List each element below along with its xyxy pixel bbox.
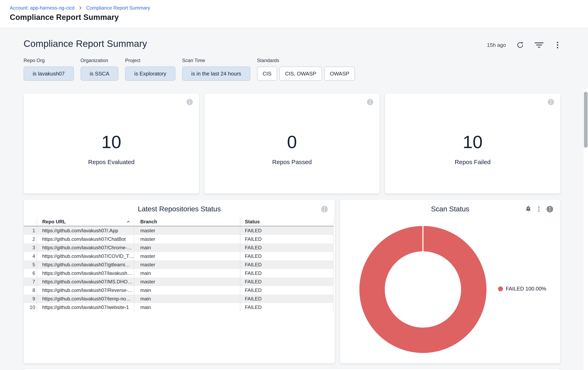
tile-label: Repos Failed <box>455 159 491 166</box>
table-row: 10 https://github.com/lavakush07/website… <box>24 303 334 311</box>
filter-group-scan-time: Scan Time is in the last 24 hours <box>182 58 250 81</box>
dashboard-title: Compliance Report Summary <box>23 38 147 49</box>
table-row: 3 https://github.com/lavakush07/Chrome-…… <box>24 243 334 252</box>
table-card-title: Latest Repositories Status <box>24 205 335 213</box>
row-number: 3 <box>24 243 37 252</box>
table-header-row: Repo URL Branch Status <box>24 218 334 226</box>
row-number: 4 <box>24 252 37 260</box>
filter-group-repo-org: Repo Org is lavakush07 <box>23 58 74 81</box>
tile-label: Repos Evaluated <box>88 159 135 166</box>
repo-url-cell: https://github.com/lavakush07/Reverse-… <box>37 286 134 295</box>
repo-url-cell: https://github.com/lavakush07/gitlearni… <box>37 260 134 269</box>
breadcrumb-current-link[interactable]: Compliance Report Summary <box>86 5 150 11</box>
row-number-column-header <box>24 218 37 226</box>
row-number: 2 <box>24 235 37 243</box>
repo-url-cell: https://github.com/lavakush07/ChatBot <box>37 235 134 243</box>
row-number: 7 <box>24 278 37 286</box>
status-cell: FAILED <box>240 252 334 260</box>
repo-url-cell: https://github.com/lavakush07/Chrome-… <box>37 243 134 252</box>
filter-icon[interactable] <box>534 41 544 49</box>
branch-cell: main <box>134 295 240 303</box>
chart-legend[interactable]: FAILED 100.00% <box>498 286 546 292</box>
repo-url-cell: https://github.com/lavakush07/website-1 <box>37 303 134 311</box>
table-row: 4 https://github.com/lavakush07/COVID_T…… <box>24 252 334 260</box>
table-row: 2 https://github.com/lavakush07/ChatBot … <box>24 235 334 243</box>
status-cell: FAILED <box>240 260 334 269</box>
repo-url-cell: https://github.com/lavakush07/.App <box>37 226 134 235</box>
breadcrumb: Account: app-harness-ng-cicd Compliance … <box>10 4 588 11</box>
tile-repos-failed: 10 Repos Failed <box>385 93 560 194</box>
branch-cell: master <box>134 235 240 243</box>
filter-chip-project[interactable]: is Exploratory <box>125 67 175 81</box>
branch-cell: main <box>134 243 240 252</box>
status-cell: FAILED <box>240 269 334 278</box>
legend-label: FAILED 100.00% <box>506 286 546 292</box>
vertical-scrollbar-thumb[interactable] <box>584 92 588 148</box>
status-cell: FAILED <box>240 226 334 235</box>
repo-url-cell: https://github.com/lavakush07/MS.DHO… <box>37 278 134 286</box>
tile-value: 10 <box>455 133 491 151</box>
repositories-table: Repo URL Branch Status 1 https://github.… <box>24 218 334 311</box>
column-header-repo-url[interactable]: Repo URL <box>37 218 134 226</box>
breadcrumb-account-link[interactable]: Account: app-harness-ng-cicd <box>10 5 74 11</box>
globe-icon[interactable] <box>546 205 554 213</box>
refresh-icon[interactable] <box>516 41 524 49</box>
branch-cell: master <box>134 260 240 269</box>
table-row: 5 https://github.com/lavakush07/gitlearn… <box>24 260 334 269</box>
alert-bell-icon[interactable] <box>525 205 532 213</box>
latest-repositories-status-card: Latest Repositories Status Repo URL Bran… <box>23 200 335 363</box>
branch-cell: master <box>134 226 240 235</box>
status-cell: FAILED <box>240 286 334 295</box>
row-number: 8 <box>24 286 37 295</box>
column-header-status[interactable]: Status <box>240 218 334 226</box>
kebab-menu-icon[interactable] <box>536 205 542 213</box>
status-cell: FAILED <box>240 235 334 243</box>
legend-dot-failed <box>498 286 503 291</box>
filter-group-organization: Organization is SSCA <box>81 58 119 81</box>
filter-group-standards: Standards CIS CIS, OWASP OWASP <box>257 58 355 81</box>
row-number: 9 <box>24 295 37 303</box>
status-cell: FAILED <box>240 295 334 303</box>
table-row: 9 https://github.com/lavakush07/temp-no…… <box>24 295 334 303</box>
table-row: 1 https://github.com/lavakush07/.App mas… <box>24 226 334 235</box>
filter-chip-scan-time[interactable]: is in the last 24 hours <box>182 67 250 81</box>
globe-icon[interactable] <box>367 98 374 106</box>
tile-value: 10 <box>88 133 135 151</box>
donut-slice-failed[interactable] <box>372 239 474 340</box>
filter-chip-organization[interactable]: is SSCA <box>81 67 119 81</box>
column-header-branch[interactable]: Branch <box>134 218 240 226</box>
filter-chip-standards-cis-owasp[interactable]: CIS, OWASP <box>279 67 322 81</box>
status-cell: FAILED <box>240 278 334 286</box>
row-number: 6 <box>24 269 37 278</box>
filter-chip-standards-cis[interactable]: CIS <box>257 67 277 81</box>
repo-url-cell: https://github.com/lavakush07/COVID_T… <box>37 252 134 260</box>
globe-icon[interactable] <box>547 98 555 106</box>
branch-cell: main <box>134 303 240 311</box>
stat-tiles-row: 10 Repos Evaluated 0 Repos Passed 10 Rep… <box>23 93 560 194</box>
tile-label: Repos Passed <box>272 159 312 166</box>
globe-icon[interactable] <box>186 98 193 106</box>
filter-label: Organization <box>81 58 119 63</box>
tile-repos-evaluated: 10 Repos Evaluated <box>23 93 199 194</box>
tile-repos-passed: 0 Repos Passed <box>204 93 380 194</box>
kebab-menu-icon[interactable] <box>554 41 561 49</box>
filter-chip-repo-org[interactable]: is lavakush07 <box>23 67 74 81</box>
filter-group-project: Project is Exploratory <box>125 58 175 81</box>
sort-ascending-icon <box>126 219 131 224</box>
table-row: 8 https://github.com/lavakush07/Reverse-… <box>24 286 334 295</box>
filter-label: Project <box>125 58 175 63</box>
filter-label: Scan Time <box>182 58 250 63</box>
column-header-label: Repo URL <box>42 219 66 225</box>
scan-status-donut-chart[interactable] <box>358 225 488 354</box>
table-row: 7 https://github.com/lavakush07/MS.DHO… … <box>24 278 334 286</box>
row-number: 10 <box>24 303 37 311</box>
globe-icon[interactable] <box>321 205 328 213</box>
filter-chip-standards-owasp[interactable]: OWASP <box>324 67 355 81</box>
row-number: 1 <box>24 226 37 235</box>
filter-label: Standards <box>257 58 355 63</box>
filter-label: Repo Org <box>23 58 74 63</box>
page-title: Compliance Report Summary <box>10 13 588 22</box>
next-card-partial <box>23 368 560 370</box>
tile-value: 0 <box>272 133 312 151</box>
repo-url-cell: https://github.com/lavakush07/temp-no… <box>37 295 134 303</box>
